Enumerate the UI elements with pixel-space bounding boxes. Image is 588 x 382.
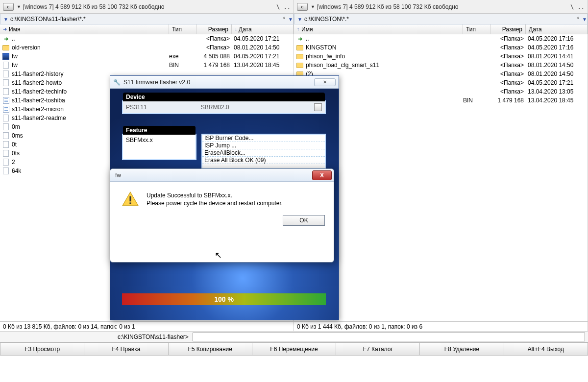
file-size: <Папка> bbox=[490, 35, 526, 42]
file-size: 4 505 088 bbox=[196, 53, 232, 60]
fkey-button[interactable]: F4 Правка bbox=[84, 342, 168, 356]
message-label: Message bbox=[202, 134, 325, 135]
feature-label: Feature bbox=[123, 126, 196, 135]
file-name: KINGSTON bbox=[306, 44, 463, 51]
fkey-button[interactable]: F3 Просмотр bbox=[0, 342, 84, 356]
fkey-button[interactable]: F8 Удаление bbox=[420, 342, 504, 356]
list-item[interactable]: phison_fw_info<Папка>08.01.2020 14:41 bbox=[294, 52, 588, 61]
drive-icon[interactable]: c bbox=[3, 3, 14, 11]
col-name[interactable]: ➜Имя bbox=[0, 24, 169, 34]
list-item[interactable]: fwBIN1 479 16813.04.2020 18:45 bbox=[0, 61, 294, 70]
message-row: ISP Burner Code... bbox=[202, 135, 325, 142]
message-box: Message ISP Burner Code... ISP Jump ...E… bbox=[201, 134, 326, 169]
feature-box: Feature SBFMxx.x bbox=[122, 134, 196, 160]
fkey-button[interactable]: F6 Перемещение bbox=[252, 342, 336, 356]
message-row: ISP Jump ... bbox=[202, 142, 325, 149]
file-icon bbox=[2, 115, 10, 121]
col-size[interactable]: Размер bbox=[490, 24, 526, 34]
file-size: <Папка> bbox=[490, 53, 526, 60]
device-label: Device bbox=[123, 93, 325, 101]
chevron-down-icon[interactable]: ▼ bbox=[17, 4, 21, 9]
file-type: BIN bbox=[463, 97, 490, 104]
message-row: EraseAllBlock... bbox=[202, 149, 325, 157]
file-icon bbox=[2, 62, 10, 69]
right-status-bar: 0 Кб из 1 444 Кб, файлов: 0 из 1, папок:… bbox=[294, 321, 588, 331]
drive-free-label: [windows 7] 4 589 912 Кб из 58 100 732 К… bbox=[317, 3, 459, 10]
list-item[interactable]: ➜..<Папка>04.05.2020 17:16 bbox=[294, 34, 588, 43]
file-date: 13.04.2020 18:45 bbox=[526, 97, 588, 104]
chevron-down-icon[interactable]: ▼ bbox=[288, 17, 293, 22]
file-date: 08.01.2020 14:50 bbox=[526, 71, 588, 77]
command-prompt: c:\KINGSTON\s11-flasher> bbox=[0, 334, 193, 340]
file-size: <Папка> bbox=[490, 88, 526, 95]
file-date: 04.05.2020 17:21 bbox=[232, 53, 294, 60]
file-date: 08.01.2020 14:41 bbox=[526, 53, 588, 60]
dialog-titlebar[interactable]: fw X bbox=[110, 169, 334, 182]
left-column-headers: ➜Имя Тип Размер ↓Дата bbox=[0, 24, 294, 34]
file-date: 04.05.2020 17:16 bbox=[526, 44, 588, 51]
file-icon bbox=[2, 167, 10, 174]
file-date: 13.04.2020 18:45 bbox=[232, 62, 294, 69]
file-name: fw bbox=[12, 53, 169, 60]
list-file-icon bbox=[2, 106, 10, 113]
left-path-bar[interactable]: ▼ c:\KINGSTON\s11-flasher\*.* * ▼ bbox=[0, 14, 294, 24]
chevron-down-icon[interactable]: ▼ bbox=[3, 17, 8, 22]
left-status-bar: 0 Кб из 13 815 Кб, файлов: 0 из 14, папо… bbox=[0, 321, 294, 331]
close-icon[interactable]: ✕ bbox=[314, 78, 336, 86]
list-item[interactable]: KINGSTON<Папка>04.05.2020 17:16 bbox=[294, 43, 588, 52]
file-size: <Папка> bbox=[490, 79, 526, 86]
ok-button[interactable]: OK bbox=[283, 215, 325, 226]
arrow-right-icon: ➜ bbox=[3, 26, 7, 32]
chevron-down-icon[interactable]: ▼ bbox=[311, 4, 315, 9]
col-type[interactable]: Тип bbox=[463, 24, 490, 34]
fkey-button[interactable]: F7 Каталог bbox=[336, 342, 420, 356]
path-text: c:\KINGSTON\s11-flasher\*.* bbox=[10, 16, 86, 23]
close-icon[interactable]: X bbox=[312, 170, 332, 180]
device-dropdown-button[interactable] bbox=[314, 103, 322, 111]
file-type: exe bbox=[169, 53, 196, 60]
list-item[interactable]: phison_load_cfg_smart_s11<Папка>08.01.20… bbox=[294, 61, 588, 70]
file-icon bbox=[2, 88, 10, 95]
file-icon bbox=[2, 141, 10, 148]
right-path-bar[interactable]: ▼ c:\KINGSTON\*.* * ▼ bbox=[294, 14, 588, 24]
path-text: c:\KINGSTON\*.* bbox=[304, 16, 349, 23]
file-name: old-version bbox=[12, 44, 169, 51]
col-type[interactable]: Тип bbox=[169, 24, 196, 34]
right-column-headers: ↑Имя Тип Размер Дата bbox=[294, 24, 588, 34]
chevron-down-icon[interactable]: ▼ bbox=[297, 17, 302, 22]
chevron-down-icon[interactable]: ▼ bbox=[582, 17, 587, 22]
exe-icon bbox=[2, 53, 10, 60]
list-file-icon bbox=[2, 97, 10, 104]
back-root-buttons[interactable]: \ .. bbox=[570, 3, 585, 10]
file-date: 13.04.2020 13:05 bbox=[526, 88, 588, 95]
favorites-icon[interactable]: * bbox=[574, 16, 582, 23]
sort-up-icon: ↑ bbox=[297, 26, 299, 32]
col-date[interactable]: Дата bbox=[526, 24, 588, 34]
dialog-title: fw bbox=[115, 172, 121, 179]
svg-rect-1 bbox=[129, 196, 131, 202]
file-size: <Папка> bbox=[196, 44, 232, 51]
file-date: 04.05.2020 17:21 bbox=[232, 35, 294, 42]
device-model: PS3111 bbox=[126, 104, 147, 111]
list-item[interactable]: ➜..<Папка>04.05.2020 17:21 bbox=[0, 34, 294, 43]
progress-bar: 100 % bbox=[122, 293, 326, 305]
back-root-buttons[interactable]: \ .. bbox=[276, 3, 291, 10]
file-date: 08.01.2020 14:50 bbox=[526, 62, 588, 69]
flasher-titlebar[interactable]: 🔧 S11 firmware flasher v2.0 ✕ bbox=[110, 76, 339, 89]
sort-down-icon: ↓ bbox=[235, 26, 237, 32]
fkey-button[interactable]: F5 Копирование bbox=[169, 342, 252, 356]
fkey-button[interactable]: Alt+F4 Выход bbox=[504, 342, 588, 356]
col-name[interactable]: ↑Имя bbox=[294, 24, 463, 34]
drive-icon[interactable]: c bbox=[297, 3, 308, 11]
file-size: <Папка> bbox=[490, 44, 526, 51]
window-title: S11 firmware flasher v2.0 bbox=[123, 79, 190, 86]
file-size: <Папка> bbox=[490, 62, 526, 69]
file-icon bbox=[2, 71, 10, 77]
favorites-icon[interactable]: * bbox=[280, 16, 288, 23]
col-date[interactable]: ↓Дата bbox=[232, 24, 294, 34]
list-item[interactable]: fwexe4 505 08804.05.2020 17:21 bbox=[0, 52, 294, 61]
command-input[interactable] bbox=[193, 333, 585, 341]
col-size[interactable]: Размер bbox=[196, 24, 232, 34]
list-item[interactable]: old-version<Папка>08.01.2020 14:50 bbox=[0, 43, 294, 52]
file-date: 08.01.2020 14:50 bbox=[232, 44, 294, 51]
